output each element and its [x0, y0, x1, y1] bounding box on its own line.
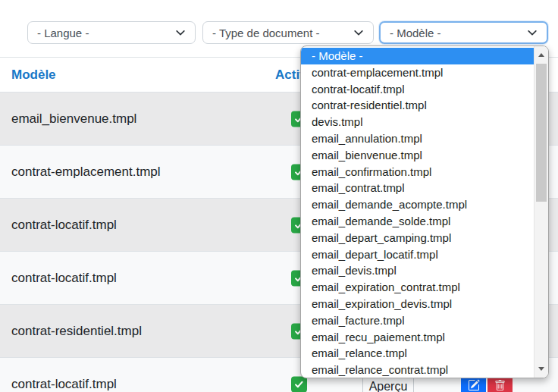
scrollbar-thumb[interactable]: [536, 64, 547, 202]
dropdown-option[interactable]: email_depart_locatif.tmpl: [301, 246, 534, 263]
chevron-down-icon: [175, 27, 186, 38]
modele-select-value: - Modèle -: [390, 27, 441, 39]
langue-select[interactable]: - Langue -: [27, 21, 196, 44]
dropdown-option[interactable]: devis.tmpl: [301, 114, 534, 130]
dropdown-option[interactable]: email_relance_contrat.tmpl: [301, 362, 534, 378]
check-icon: [291, 376, 307, 392]
template-name: contrat-emplacement.tmpl: [11, 165, 161, 180]
template-name: contrat-locatif.tmpl: [11, 271, 117, 286]
langue-select-value: - Langue -: [37, 27, 89, 39]
dropdown-option[interactable]: contrat-emplacement.tmpl: [301, 64, 534, 81]
dropdown-option[interactable]: email_bienvenue.tmpl: [301, 147, 534, 164]
template-name: contrat-residentiel.tmpl: [11, 324, 142, 339]
dropdown-option[interactable]: - Modèle -: [301, 48, 534, 64]
dropdown-option[interactable]: email_demande_acompte.tmpl: [301, 196, 534, 213]
dropdown-option[interactable]: email_contrat.tmpl: [301, 180, 534, 196]
document-templates-page: - Langue - - Type de document - - Modèle…: [0, 0, 558, 392]
dropdown-scrollbar[interactable]: [534, 46, 548, 378]
template-name: contrat-locatif.tmpl: [11, 377, 117, 392]
scroll-down-arrow-icon[interactable]: [534, 362, 548, 375]
modele-select[interactable]: - Modèle -: [379, 21, 548, 44]
dropdown-option[interactable]: contrat-residentiel.tmpl: [301, 97, 534, 114]
modele-dropdown-options: - Modèle - contrat-emplacement.tmpl cont…: [301, 46, 534, 378]
dropdown-option[interactable]: email_devis.tmpl: [301, 262, 534, 279]
chevron-down-icon: [527, 27, 538, 38]
dropdown-option[interactable]: email_facture.tmpl: [301, 312, 534, 329]
dropdown-option[interactable]: email_recu_paiement.tmpl: [301, 329, 534, 346]
dropdown-option[interactable]: email_expiration_contrat.tmpl: [301, 279, 534, 296]
template-name: contrat-locatif.tmpl: [11, 218, 117, 233]
dropdown-option[interactable]: email_demande_solde.tmpl: [301, 213, 534, 230]
dropdown-option[interactable]: contrat-locatif.tmpl: [301, 81, 534, 98]
pencil-square-icon: [468, 379, 480, 392]
dropdown-option[interactable]: email_expiration_devis.tmpl: [301, 296, 534, 312]
scroll-up-arrow-icon[interactable]: [534, 48, 548, 61]
dropdown-option[interactable]: email_confirmation.tmpl: [301, 164, 534, 180]
type-document-select-value: - Type de document -: [212, 27, 319, 39]
dropdown-option[interactable]: email_annulation.tmpl: [301, 130, 534, 147]
modele-dropdown-list: - Modèle - contrat-emplacement.tmpl cont…: [300, 45, 549, 378]
column-header-modele: Modèle: [11, 58, 56, 93]
trash-icon: [494, 380, 506, 392]
dropdown-option[interactable]: email_depart_camping.tmpl: [301, 230, 534, 246]
chevron-down-icon: [353, 27, 364, 38]
template-name: email_bienvenue.tmpl: [11, 111, 136, 127]
type-document-select[interactable]: - Type de document -: [202, 21, 374, 44]
dropdown-option[interactable]: email_relance.tmpl: [301, 345, 534, 362]
